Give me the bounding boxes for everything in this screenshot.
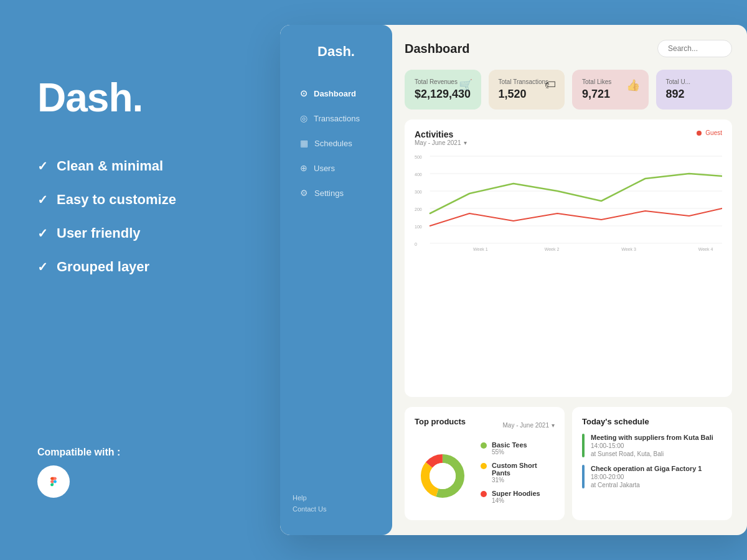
feature-label-2: Easy to customize (57, 192, 176, 208)
check-icon-1: ✓ (37, 159, 48, 174)
svg-text:300: 300 (415, 189, 422, 195)
svg-text:200: 200 (415, 207, 422, 213)
pie-pct-2: 31% (492, 477, 555, 483)
help-link[interactable]: Help (293, 494, 380, 502)
settings-nav-icon: ⚙ (300, 188, 308, 198)
db-nav: ⊙ Dashboard ◎ Transactions ▦ Schedules ⊕… (293, 82, 380, 494)
pie-label-1: Basic Tees (492, 441, 527, 449)
svg-text:0: 0 (415, 241, 417, 248)
chart-title: Activities (415, 129, 467, 139)
nav-label-schedules: Schedules (314, 139, 352, 148)
bottom-row: Top products May - June 2021 ▾ (405, 407, 732, 520)
nav-item-transactions[interactable]: ◎ Transactions (293, 107, 380, 129)
svg-text:100: 100 (415, 224, 422, 230)
schedule-bar-green (582, 434, 585, 457)
contact-link[interactable]: Contact Us (293, 505, 380, 513)
schedules-nav-icon: ▦ (300, 138, 308, 148)
nav-label-transactions: Transactions (314, 114, 360, 123)
svg-text:Week 1: Week 1 (473, 246, 488, 251)
legend-dot (697, 131, 702, 136)
stat-label-users: Total U... (666, 78, 723, 85)
schedule-event-time-2: 18:00-20:00 (591, 474, 702, 480)
top-products-date-filter[interactable]: May - June 2021 ▾ (503, 422, 555, 429)
pie-legend-item-2: Custom Short Pants 31% (481, 462, 555, 483)
schedule-item-1: Meeting with suppliers from Kuta Bali 14… (582, 434, 722, 457)
nav-item-dashboard[interactable]: ⊙ Dashboard (293, 82, 380, 105)
brand-title: Dash. (37, 75, 243, 121)
feature-label-1: Clean & minimal (57, 158, 163, 174)
schedule-title: Today's schedule (582, 417, 722, 426)
nav-item-schedules[interactable]: ▦ Schedules (293, 132, 380, 154)
schedule-event-location-1: at Sunset Road, Kuta, Bali (591, 450, 713, 457)
feature-item-3: ✓ User friendly (37, 225, 243, 241)
schedule-event-title-1: Meeting with suppliers from Kuta Bali (591, 434, 713, 441)
pie-legend-item-1: Basic Tees 55% (481, 441, 555, 455)
svg-text:400: 400 (415, 172, 422, 178)
stat-value-users: 892 (666, 88, 723, 101)
pie-area: Basic Tees 55% Custom Short Pants 31% (415, 441, 555, 510)
legend-label: Guest (705, 129, 722, 136)
left-panel: Dash. ✓ Clean & minimal ✓ Easy to custom… (0, 0, 280, 560)
nav-label-dashboard: Dashboard (314, 89, 356, 98)
compatible-section: Compatible with : (37, 447, 243, 523)
chart-legend: Guest (697, 129, 722, 136)
svg-text:Week 3: Week 3 (621, 246, 636, 251)
chart-svg: 500 400 300 200 100 0 We (415, 151, 722, 251)
pie-dot-2 (481, 463, 487, 469)
dashboard-title: Dashboard (405, 42, 469, 56)
feature-item-4: ✓ Grouped layer (37, 259, 243, 275)
compatible-label: Compatible with : (37, 447, 243, 458)
pie-dot-1 (481, 442, 487, 449)
svg-point-20 (430, 463, 456, 489)
revenue-icon: 🛒 (459, 78, 472, 92)
stat-card-users: Total U... 892 (656, 70, 733, 110)
chart-title-area: Activities May - June 2021 ▾ (415, 129, 467, 146)
pie-dot-3 (481, 491, 487, 497)
check-icon-4: ✓ (37, 259, 48, 274)
stats-row: Total Revenues $2,129,430 🛒 Total Transa… (405, 70, 732, 110)
pie-legend: Basic Tees 55% Custom Short Pants 31% (481, 441, 555, 510)
pie-label-3: Super Hoodies (492, 490, 540, 497)
users-nav-icon: ⊕ (300, 163, 308, 173)
activities-chart-card: Activities May - June 2021 ▾ Guest (405, 119, 732, 397)
schedule-bar-blue (582, 465, 585, 488)
schedule-event-location-2: at Central Jakarta (591, 482, 702, 488)
check-icon-2: ✓ (37, 192, 48, 207)
schedule-event-title-2: Check operation at Giga Factory 1 (591, 465, 702, 472)
schedule-card: Today's schedule Meeting with suppliers … (572, 407, 732, 520)
dashboard-container: Dash. ⊙ Dashboard ◎ Transactions ▦ Sched… (280, 25, 747, 535)
search-input[interactable] (657, 40, 732, 57)
nav-item-users[interactable]: ⊕ Users (293, 157, 380, 179)
svg-text:500: 500 (415, 154, 422, 161)
db-main: Dashboard Total Revenues $2,129,430 🛒 To… (392, 25, 747, 535)
db-header: Dashboard (405, 40, 732, 57)
transactions-icon: 🏷 (545, 78, 556, 91)
feature-item-2: ✓ Easy to customize (37, 192, 243, 208)
db-sidebar-logo: Dash. (293, 44, 380, 60)
top-products-header: Top products May - June 2021 ▾ (415, 417, 555, 434)
top-products-title: Top products (415, 417, 466, 426)
pie-chart (415, 448, 471, 504)
nav-item-settings[interactable]: ⚙ Settings (293, 182, 380, 204)
schedule-event-time-1: 14:00-15:00 (591, 442, 713, 449)
transactions-nav-icon: ◎ (300, 113, 308, 123)
chart-subtitle: May - June 2021 ▾ (415, 139, 467, 146)
pie-label-2: Custom Short Pants (492, 462, 555, 477)
figma-logo-svg (45, 473, 62, 490)
chart-area: 500 400 300 200 100 0 We (415, 151, 722, 251)
pie-legend-item-3: Super Hoodies 14% (481, 490, 555, 504)
stat-card-transactions: Total Transactions 1,520 🏷 (489, 70, 565, 110)
feature-label-4: Grouped layer (57, 259, 149, 275)
top-products-card: Top products May - June 2021 ▾ (405, 407, 565, 520)
feature-item-1: ✓ Clean & minimal (37, 158, 243, 174)
figma-icon (37, 465, 70, 498)
chart-header: Activities May - June 2021 ▾ Guest (415, 129, 722, 146)
features-list: ✓ Clean & minimal ✓ Easy to customize ✓ … (37, 158, 243, 292)
svg-text:Week 2: Week 2 (545, 246, 560, 251)
stat-card-likes: Total Likes 9,721 👍 (572, 70, 649, 110)
nav-label-users: Users (314, 164, 335, 173)
check-icon-3: ✓ (37, 226, 48, 241)
svg-text:Week 4: Week 4 (698, 246, 713, 251)
feature-label-3: User friendly (57, 225, 141, 241)
schedule-item-2: Check operation at Giga Factory 1 18:00-… (582, 465, 722, 488)
